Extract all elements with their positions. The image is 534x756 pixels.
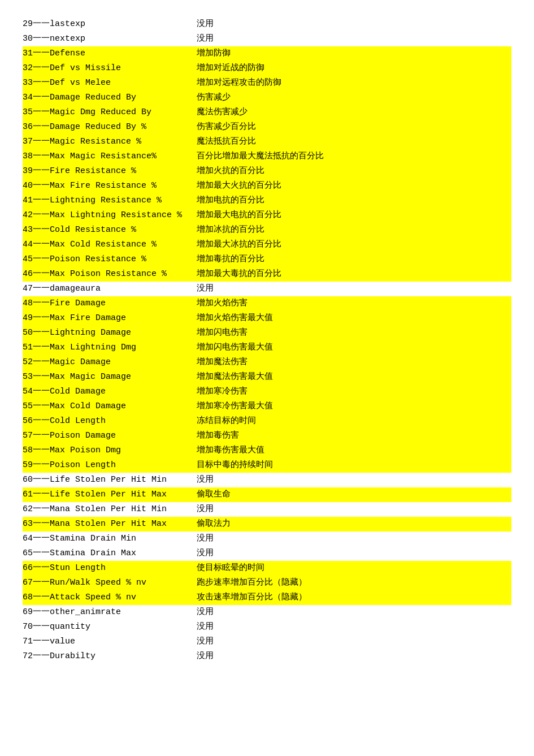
row-key: Mana Stolen Per Hit Max — [50, 517, 197, 531]
row-number: 39一一 — [23, 166, 50, 176]
row-desc: 没用 — [197, 34, 214, 44]
row-number: 38一一 — [23, 152, 50, 161]
row-desc: 增加最大冰抗的百分比 — [197, 240, 281, 249]
list-item: 69一一other_animrate没用 — [23, 605, 511, 620]
row-number: 56一一 — [23, 416, 50, 426]
list-item: 51一一Max Lightning Dmg增加闪电伤害最大值 — [23, 340, 511, 355]
row-desc: 增加火焰伤害最大值 — [197, 313, 273, 323]
row-desc: 增加火焰伤害 — [197, 299, 248, 308]
row-desc: 没用 — [197, 19, 214, 29]
list-item: 32一一Def vs Missile增加对近战的防御 — [23, 61, 511, 76]
row-desc: 增加毒抗的百分比 — [197, 254, 264, 264]
row-desc: 增加对远程攻击的防御 — [197, 78, 281, 88]
row-key: Stamina Drain Min — [50, 532, 197, 546]
row-number: 36一一 — [23, 122, 50, 132]
row-key: Cold Resistance % — [50, 223, 197, 237]
list-item: 49一一Max Fire Damage增加火焰伤害最大值 — [23, 311, 511, 326]
row-number: 34一一 — [23, 93, 50, 102]
list-item: 61一一Life Stolen Per Hit Max偷取生命 — [23, 487, 511, 502]
row-key: Life Stolen Per Hit Min — [50, 473, 197, 487]
list-item: 65一一Stamina Drain Max没用 — [23, 546, 511, 561]
list-item: 42一一Max Lightning Resistance %增加最大电抗的百分比 — [23, 208, 511, 223]
row-number: 57一一 — [23, 431, 50, 440]
row-desc: 百分比增加最大魔法抵抗的百分比 — [197, 152, 324, 161]
row-desc: 没用 — [197, 637, 214, 646]
row-desc: 没用 — [197, 607, 214, 617]
row-desc: 增加寒冷伤害 — [197, 387, 248, 396]
row-number: 70一一 — [23, 622, 50, 632]
list-item: 40一一Max Fire Resistance %增加最大火抗的百分比 — [23, 179, 511, 193]
row-number: 45一一 — [23, 254, 50, 264]
list-item: 60一一Life Stolen Per Hit Min没用 — [23, 473, 511, 487]
list-item: 64一一Stamina Drain Min没用 — [23, 532, 511, 546]
row-number: 61一一 — [23, 490, 50, 499]
row-number: 41一一 — [23, 196, 50, 205]
row-desc: 增加冰抗的百分比 — [197, 225, 264, 235]
row-key: Cold Length — [50, 414, 197, 428]
list-item: 70一一quantity没用 — [23, 620, 511, 634]
list-item: 45一一Poison Resistance %增加毒抗的百分比 — [23, 252, 511, 267]
row-key: Max Fire Resistance % — [50, 179, 197, 193]
row-key: Stamina Drain Max — [50, 547, 197, 560]
list-item: 72一一Durabilty没用 — [23, 649, 511, 664]
row-key: Poison Resistance % — [50, 253, 197, 266]
list-item: 43一一Cold Resistance %增加冰抗的百分比 — [23, 223, 511, 237]
list-item: 50一一Lightning Damage增加闪电伤害 — [23, 326, 511, 340]
row-desc: 没用 — [197, 534, 214, 543]
row-number: 30一一 — [23, 34, 50, 44]
row-key: Defense — [50, 47, 197, 61]
row-number: 37一一 — [23, 137, 50, 146]
row-key: quantity — [50, 620, 197, 634]
row-key: lastexp — [50, 18, 197, 31]
row-key: nextexp — [50, 32, 197, 46]
list-item: 35一一Magic Dmg Reduced By魔法伤害减少 — [23, 105, 511, 120]
row-desc: 魔法抵抗百分比 — [197, 137, 256, 146]
row-key: Max Lightning Resistance % — [50, 209, 197, 222]
list-item: 71一一value没用 — [23, 634, 511, 649]
row-desc: 增加魔法伤害最大值 — [197, 372, 273, 382]
row-key: Attack Speed % nv — [50, 591, 197, 604]
row-key: Damage Reduced By % — [50, 120, 197, 134]
row-key: Max Cold Damage — [50, 400, 197, 413]
row-key: Max Lightning Dmg — [50, 341, 197, 355]
row-key: damageaura — [50, 282, 197, 296]
row-number: 52一一 — [23, 357, 50, 367]
row-key: Def vs Melee — [50, 76, 197, 90]
list-item: 63一一Mana Stolen Per Hit Max偷取法力 — [23, 517, 511, 532]
row-key: Lightning Resistance % — [50, 194, 197, 208]
row-desc: 增加火抗的百分比 — [197, 166, 264, 176]
row-key: Max Poison Resistance % — [50, 267, 197, 281]
list-item: 39一一Fire Resistance %增加火抗的百分比 — [23, 164, 511, 179]
list-item: 31一一Defense增加防御 — [23, 46, 511, 61]
row-key: Cold Damage — [50, 385, 197, 399]
content-area: 29一一lastexp没用30一一nextexp没用31一一Defense增加防… — [23, 17, 511, 664]
row-number: 48一一 — [23, 299, 50, 308]
list-item: 67一一Run/Walk Speed % nv跑步速率增加百分比（隐藏） — [23, 576, 511, 590]
row-number: 35一一 — [23, 107, 50, 117]
row-desc: 伤害减少百分比 — [197, 122, 256, 132]
row-desc: 没用 — [197, 651, 214, 661]
row-key: other_animrate — [50, 606, 197, 619]
row-desc: 增加防御 — [197, 49, 231, 58]
list-item: 38一一Max Magic Resistance%百分比增加最大魔法抵抗的百分比 — [23, 149, 511, 164]
row-key: Fire Damage — [50, 297, 197, 310]
row-number: 40一一 — [23, 181, 50, 191]
row-number: 71一一 — [23, 637, 50, 646]
row-key: value — [50, 635, 197, 649]
row-desc: 增加寒冷伤害最大值 — [197, 401, 273, 411]
list-item: 36一一Damage Reduced By %伤害减少百分比 — [23, 120, 511, 135]
list-item: 68一一Attack Speed % nv攻击速率增加百分比（隐藏） — [23, 590, 511, 605]
row-number: 50一一 — [23, 328, 50, 338]
row-desc: 没用 — [197, 548, 214, 558]
row-desc: 增加毒伤害 — [197, 431, 239, 440]
row-key: Mana Stolen Per Hit Min — [50, 503, 197, 516]
row-number: 62一一 — [23, 504, 50, 514]
row-number: 49一一 — [23, 313, 50, 323]
list-item: 52一一Magic Damage增加魔法伤害 — [23, 355, 511, 370]
row-number: 59一一 — [23, 460, 50, 470]
row-key: Def vs Missile — [50, 62, 197, 75]
list-item: 53一一Max Magic Damage增加魔法伤害最大值 — [23, 370, 511, 385]
list-item: 29一一lastexp没用 — [23, 17, 511, 32]
row-number: 43一一 — [23, 225, 50, 235]
row-key: Life Stolen Per Hit Max — [50, 488, 197, 502]
